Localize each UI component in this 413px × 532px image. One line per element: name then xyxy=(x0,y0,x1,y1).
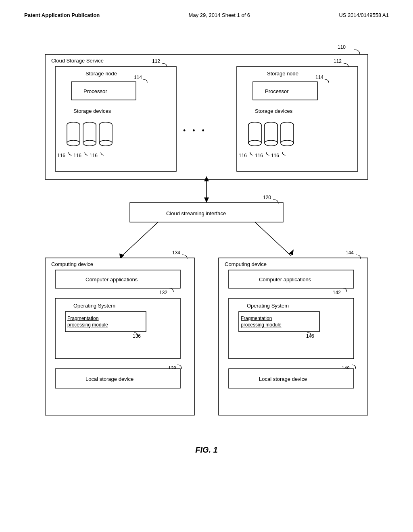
svg-marker-55 xyxy=(204,197,209,203)
svg-text:Computing device: Computing device xyxy=(51,261,93,267)
svg-text:114: 114 xyxy=(134,75,142,80)
svg-text:114: 114 xyxy=(315,75,323,80)
header-center: May 29, 2014 Sheet 1 of 6 xyxy=(189,12,250,18)
fig-caption: FIG. 1 xyxy=(24,445,389,455)
svg-text:136: 136 xyxy=(133,333,141,339)
svg-text:116: 116 xyxy=(73,153,81,158)
svg-text:processing module: processing module xyxy=(241,322,282,328)
svg-point-24 xyxy=(99,140,112,146)
svg-text:134: 134 xyxy=(172,250,180,256)
svg-text:144: 144 xyxy=(346,250,354,256)
svg-text:112: 112 xyxy=(334,58,342,64)
svg-text:• • •: • • • xyxy=(183,127,207,135)
svg-point-50 xyxy=(281,140,294,146)
svg-text:116: 116 xyxy=(271,153,279,158)
svg-text:120: 120 xyxy=(263,195,271,200)
svg-rect-72 xyxy=(65,312,146,332)
svg-text:116: 116 xyxy=(57,153,65,158)
page: Patent Application Publication May 29, 2… xyxy=(0,0,413,532)
svg-text:Fragmentation: Fragmentation xyxy=(67,316,98,321)
svg-text:Computer applications: Computer applications xyxy=(259,276,311,283)
svg-text:Cloud Storage Service: Cloud Storage Service xyxy=(51,58,104,64)
svg-text:Operating System: Operating System xyxy=(247,303,289,309)
svg-rect-87 xyxy=(239,312,319,332)
svg-text:Local storage device: Local storage device xyxy=(86,376,133,382)
svg-text:110: 110 xyxy=(338,44,346,50)
svg-text:Fragmentation: Fragmentation xyxy=(241,316,272,321)
svg-text:Cloud streaming interface: Cloud streaming interface xyxy=(166,210,226,216)
svg-point-14 xyxy=(67,140,80,146)
svg-text:Processor: Processor xyxy=(83,88,107,94)
svg-text:processing module: processing module xyxy=(67,322,108,328)
svg-text:Computing device: Computing device xyxy=(225,261,267,267)
svg-text:146: 146 xyxy=(306,333,314,339)
header-left: Patent Application Publication xyxy=(24,12,100,18)
svg-text:116: 116 xyxy=(239,153,247,158)
svg-text:112: 112 xyxy=(152,58,160,64)
svg-text:116: 116 xyxy=(255,153,263,158)
svg-point-45 xyxy=(265,140,277,146)
diagram-svg: Cloud Storage Service 110 Storage node 1… xyxy=(33,42,380,429)
svg-text:142: 142 xyxy=(333,290,341,295)
svg-text:116: 116 xyxy=(90,153,98,158)
svg-text:132: 132 xyxy=(159,290,167,295)
header-right: US 2014/0149558 A1 xyxy=(339,12,389,18)
svg-line-62 xyxy=(255,222,291,256)
svg-text:Storage node: Storage node xyxy=(267,71,298,77)
svg-text:Storage devices: Storage devices xyxy=(73,108,111,114)
svg-point-19 xyxy=(83,140,96,146)
svg-text:Local storage device: Local storage device xyxy=(259,376,307,382)
svg-text:Processor: Processor xyxy=(265,88,289,94)
svg-point-40 xyxy=(248,140,261,146)
diagram-container: Cloud Storage Service 110 Storage node 1… xyxy=(33,42,380,429)
svg-text:Operating System: Operating System xyxy=(73,303,115,309)
svg-text:Storage devices: Storage devices xyxy=(255,108,293,114)
svg-text:Computer applications: Computer applications xyxy=(86,276,138,283)
svg-line-60 xyxy=(122,222,158,256)
header: Patent Application Publication May 29, 2… xyxy=(24,12,389,18)
svg-text:Storage node: Storage node xyxy=(86,71,117,77)
